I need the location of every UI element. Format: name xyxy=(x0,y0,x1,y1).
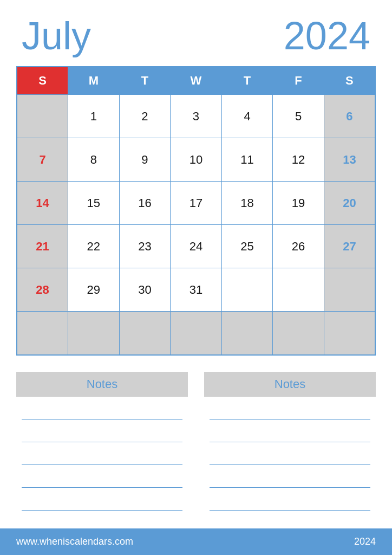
calendar-row: 14151617181920 xyxy=(17,182,375,225)
calendar-cell: 15 xyxy=(68,182,120,225)
notes-line[interactable] xyxy=(22,406,182,420)
calendar-cell: 18 xyxy=(221,182,273,225)
calendar-cell: 11 xyxy=(221,138,273,182)
calendar-cell: 9 xyxy=(119,138,171,182)
calendar-cell: 27 xyxy=(324,225,375,268)
calendar-cell: 23 xyxy=(119,225,171,268)
calendar-cell: 26 xyxy=(273,225,324,268)
header-monday: M xyxy=(68,67,120,95)
calendar-cell xyxy=(171,312,222,355)
notes-line[interactable] xyxy=(22,475,182,488)
notes-right-lines xyxy=(204,406,376,511)
header-thursday: T xyxy=(221,67,273,95)
calendar-cell: 13 xyxy=(324,138,375,182)
notes-line[interactable] xyxy=(210,429,370,442)
calendar-cell: 8 xyxy=(68,138,120,182)
calendar-cell: 30 xyxy=(119,268,171,312)
page: July 2024 S M T W T F S 1234567891011121… xyxy=(0,0,392,555)
calendar-cell xyxy=(17,95,68,138)
footer-year: 2024 xyxy=(354,536,376,547)
notes-line[interactable] xyxy=(210,452,370,465)
notes-right-label: Notes xyxy=(204,372,376,397)
calendar-cell: 5 xyxy=(273,95,324,138)
calendar-cell: 21 xyxy=(17,225,68,268)
calendar-container: S M T W T F S 12345678910111213141516171… xyxy=(0,66,392,356)
calendar-cell: 31 xyxy=(171,268,222,312)
notes-line[interactable] xyxy=(22,452,182,465)
calendar-table: S M T W T F S 12345678910111213141516171… xyxy=(16,66,376,356)
notes-section: Notes Notes xyxy=(0,356,392,511)
calendar-cell xyxy=(273,268,324,312)
calendar-cell xyxy=(221,312,273,355)
calendar-row: 28293031 xyxy=(17,268,375,312)
month-title: July xyxy=(22,16,91,55)
calendar-cell: 29 xyxy=(68,268,120,312)
calendar-cell: 1 xyxy=(68,95,120,138)
header-sunday: S xyxy=(17,67,68,95)
notes-left: Notes xyxy=(16,372,188,511)
calendar-row: 78910111213 xyxy=(17,138,375,182)
calendar-cell xyxy=(221,268,273,312)
calendar-cell: 25 xyxy=(221,225,273,268)
notes-right: Notes xyxy=(204,372,376,511)
year-title: 2024 xyxy=(284,16,370,55)
calendar-cell: 17 xyxy=(171,182,222,225)
notes-line[interactable] xyxy=(210,406,370,420)
calendar-cell: 20 xyxy=(324,182,375,225)
notes-left-label: Notes xyxy=(16,372,188,397)
calendar-cell: 4 xyxy=(221,95,273,138)
calendar-cell: 24 xyxy=(171,225,222,268)
calendar-header-row: S M T W T F S xyxy=(17,67,375,95)
calendar-cell: 2 xyxy=(119,95,171,138)
calendar-cell xyxy=(324,312,375,355)
calendar-cell: 7 xyxy=(17,138,68,182)
calendar-cell xyxy=(17,312,68,355)
notes-left-lines xyxy=(16,406,188,511)
calendar-row: 123456 xyxy=(17,95,375,138)
calendar-cell: 3 xyxy=(171,95,222,138)
calendar-cell xyxy=(324,268,375,312)
calendar-cell xyxy=(119,312,171,355)
calendar-row: 21222324252627 xyxy=(17,225,375,268)
footer-url: www.wheniscalendars.com xyxy=(16,536,133,547)
calendar-cell xyxy=(273,312,324,355)
footer: www.wheniscalendars.com 2024 xyxy=(0,528,392,555)
calendar-cell: 14 xyxy=(17,182,68,225)
calendar-cell: 12 xyxy=(273,138,324,182)
header: July 2024 xyxy=(0,0,392,66)
calendar-cell: 6 xyxy=(324,95,375,138)
notes-line[interactable] xyxy=(210,475,370,488)
notes-line[interactable] xyxy=(22,429,182,442)
notes-line[interactable] xyxy=(22,498,182,511)
header-wednesday: W xyxy=(171,67,222,95)
calendar-cell xyxy=(68,312,120,355)
calendar-cell: 19 xyxy=(273,182,324,225)
notes-line[interactable] xyxy=(210,498,370,511)
calendar-cell: 22 xyxy=(68,225,120,268)
calendar-row xyxy=(17,312,375,355)
header-friday: F xyxy=(273,67,324,95)
header-tuesday: T xyxy=(119,67,171,95)
calendar-cell: 16 xyxy=(119,182,171,225)
calendar-cell: 10 xyxy=(171,138,222,182)
header-saturday: S xyxy=(324,67,375,95)
calendar-cell: 28 xyxy=(17,268,68,312)
